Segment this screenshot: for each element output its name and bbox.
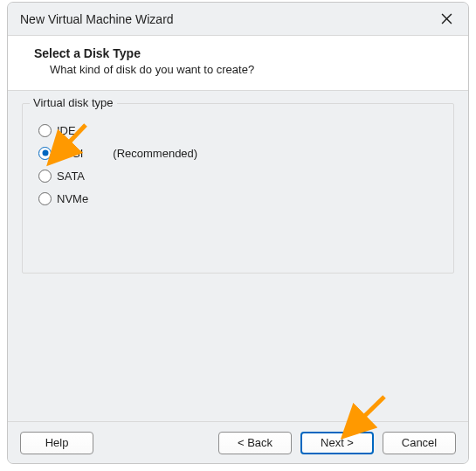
back-button[interactable]: < Back — [218, 432, 292, 454]
wizard-footer: Help < Back Next > Cancel — [8, 421, 468, 463]
window-title: New Virtual Machine Wizard — [20, 12, 174, 26]
radio-option-ide[interactable]: IDE — [38, 120, 441, 141]
radio-option-scsi[interactable]: SCSI (Recommended) — [38, 142, 441, 163]
wizard-content: Virtual disk type IDE SCSI (Recommended)… — [8, 91, 468, 421]
cancel-button[interactable]: Cancel — [383, 432, 456, 454]
radio-icon — [38, 170, 52, 183]
radio-icon — [38, 147, 52, 160]
recommended-label: (Recommended) — [113, 147, 197, 160]
wizard-header: Select a Disk Type What kind of disk do … — [8, 36, 468, 91]
titlebar: New Virtual Machine Wizard — [8, 3, 468, 36]
radio-label: IDE — [57, 124, 76, 137]
page-subtitle: What kind of disk do you want to create? — [34, 63, 451, 76]
close-icon — [441, 13, 452, 24]
close-button[interactable] — [435, 8, 458, 31]
radio-option-sata[interactable]: SATA — [38, 165, 441, 186]
disk-type-group: Virtual disk type IDE SCSI (Recommended)… — [22, 103, 454, 274]
wizard-dialog: New Virtual Machine Wizard Select a Disk… — [7, 2, 469, 464]
radio-label: NVMe — [57, 192, 88, 205]
radio-label: SATA — [57, 170, 85, 183]
group-legend: Virtual disk type — [30, 96, 117, 109]
radio-option-nvme[interactable]: NVMe — [38, 188, 441, 209]
radio-icon — [38, 124, 52, 137]
next-button[interactable]: Next > — [300, 432, 374, 454]
radio-icon — [38, 192, 52, 205]
radio-label: SCSI — [57, 147, 83, 160]
help-button[interactable]: Help — [20, 432, 93, 454]
page-title: Select a Disk Type — [34, 46, 451, 60]
